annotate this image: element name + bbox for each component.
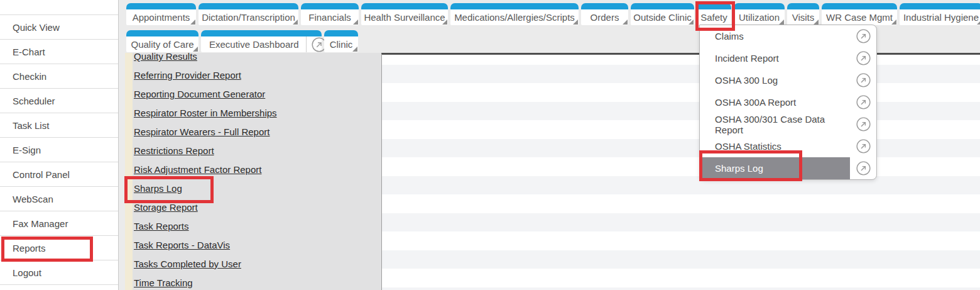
tab-outside-clinic[interactable]: Outside Clinic <box>631 3 694 25</box>
sidebar-item-checkin[interactable]: Checkin <box>0 64 118 89</box>
dropdown-fold-icon <box>977 20 980 25</box>
sidebar-item-task-list[interactable]: Task List <box>0 113 118 138</box>
tab-health-surveillance[interactable]: Health Surveillance <box>361 3 448 25</box>
tab-wr-case-mgmt[interactable]: WR Case Mgmt <box>822 3 897 25</box>
report-link-referring-provider-report[interactable]: Referring Provider Report <box>134 66 381 85</box>
tab-utilization[interactable]: Utilization <box>734 3 785 25</box>
report-link-restrictions-report[interactable]: Restrictions Report <box>134 142 381 160</box>
tab-financials[interactable]: Financials <box>301 3 359 25</box>
sidebar-item-logout[interactable]: Logout <box>0 260 118 285</box>
sidebar-item-empty <box>0 0 118 15</box>
external-link-icon[interactable] <box>850 25 876 47</box>
menu-item-incident-report[interactable]: Incident Report <box>700 47 876 69</box>
sidebar: Quick View E-Chart Checkin Scheduler Tas… <box>0 0 119 290</box>
dropdown-fold-icon <box>193 47 198 52</box>
tab-medications-allergies-scripts[interactable]: Medications/Allergies/Scripts <box>450 3 579 25</box>
main-content-area <box>381 53 980 290</box>
external-link-icon[interactable] <box>850 69 876 91</box>
external-link-icon[interactable] <box>850 113 876 135</box>
tab-executive-dashboard[interactable]: Executive Dashboard <box>201 30 322 52</box>
tab-dictation-transcription[interactable]: Dictation/Transcription <box>199 3 298 25</box>
report-link-respirator-wearers-full-report[interactable]: Respirator Wearers - Full Report <box>134 123 381 142</box>
safety-dropdown-menu: Claims Incident Report OSHA 300 Log OSHA… <box>699 25 877 180</box>
panel-gutter <box>119 53 125 290</box>
dropdown-fold-icon <box>891 20 896 25</box>
report-list: Quality Results Referring Provider Repor… <box>133 53 381 290</box>
tab-orders[interactable]: Orders <box>581 3 628 25</box>
panel-accent-strip <box>125 53 133 290</box>
sidebar-item-quick-view[interactable]: Quick View <box>0 15 118 40</box>
tab-industrial-hygiene[interactable]: Industrial Hygiene <box>900 3 980 25</box>
menu-item-claims[interactable]: Claims <box>700 25 876 47</box>
menu-item-osha-300-log[interactable]: OSHA 300 Log <box>700 69 876 91</box>
external-link-icon[interactable] <box>850 47 876 69</box>
sidebar-item-webscan[interactable]: WebScan <box>0 187 118 211</box>
tab-appointments[interactable]: Appointments <box>126 3 196 25</box>
dropdown-fold-icon <box>190 20 195 25</box>
menu-item-sharps-log[interactable]: Sharps Log <box>700 157 876 179</box>
dropdown-fold-icon <box>573 20 578 25</box>
sidebar-item-scheduler[interactable]: Scheduler <box>0 89 118 113</box>
dropdown-fold-icon <box>814 20 819 25</box>
external-link-icon[interactable] <box>850 157 876 179</box>
dropdown-fold-icon <box>689 20 694 25</box>
tab-row-primary: Appointments Dictation/Transcription Fin… <box>126 3 980 25</box>
menu-item-osha-300a-report[interactable]: OSHA 300A Report <box>700 91 876 113</box>
external-link-icon[interactable] <box>850 91 876 113</box>
tab-row-secondary: Quality of Care Executive Dashboard Clin… <box>126 30 358 52</box>
tab-visits[interactable]: Visits <box>787 3 819 25</box>
report-link-sharps-log[interactable]: Sharps Log <box>134 179 381 198</box>
reports-list-panel: Quality Results Referring Provider Repor… <box>119 53 381 290</box>
report-link-tasks-completed-by-user[interactable]: Tasks Completed by User <box>134 255 381 274</box>
sidebar-item-e-chart[interactable]: E-Chart <box>0 40 118 64</box>
dropdown-fold-icon <box>623 20 628 25</box>
menu-item-osha-statistics[interactable]: OSHA Statistics <box>700 135 876 157</box>
tab-quality-of-care[interactable]: Quality of Care <box>126 30 199 52</box>
report-link-storage-report[interactable]: Storage Report <box>134 198 381 217</box>
dropdown-fold-icon <box>779 20 784 25</box>
tab-clinic[interactable]: Clinic <box>324 30 358 52</box>
dropdown-fold-icon <box>442 20 447 25</box>
sidebar-item-e-sign[interactable]: E-Sign <box>0 138 118 162</box>
dropdown-fold-icon <box>353 20 358 25</box>
dropdown-fold-icon <box>293 20 298 25</box>
external-link-icon[interactable] <box>850 135 876 157</box>
menu-item-osha-300-301-case-data-report[interactable]: OSHA 300/301 Case Data Report <box>700 113 876 135</box>
sidebar-item-fax-manager[interactable]: Fax Manager <box>0 211 118 236</box>
tab-safety[interactable]: Safety <box>697 3 731 25</box>
report-link-task-reports[interactable]: Task Reports <box>134 217 381 236</box>
dropdown-fold-icon <box>352 47 357 52</box>
report-link-respirator-roster-in-memberships[interactable]: Respirator Roster in Memberships <box>134 104 381 123</box>
report-link-risk-adjustment-factor-report[interactable]: Risk Adjustment Factor Report <box>134 160 381 179</box>
report-link-quality-results[interactable]: Quality Results <box>134 53 381 66</box>
sidebar-item-control-panel[interactable]: Control Panel <box>0 162 118 187</box>
report-link-reporting-document-generator[interactable]: Reporting Document Generator <box>134 85 381 104</box>
sidebar-item-reports[interactable]: Reports <box>0 236 118 260</box>
report-link-task-reports-datavis[interactable]: Task Reports - DataVis <box>134 236 381 255</box>
report-link-time-tracking[interactable]: Time Tracking <box>134 274 381 290</box>
